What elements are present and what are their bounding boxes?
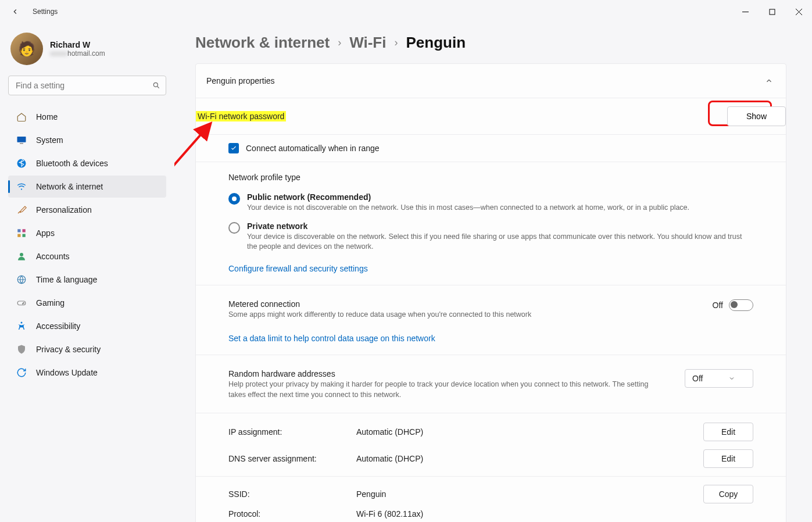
svg-point-10 <box>20 253 23 256</box>
protocol-value: Wi-Fi 6 (802.11ax) <box>356 509 695 519</box>
search-icon <box>152 81 160 90</box>
window-title: Settings <box>33 8 58 16</box>
svg-rect-3 <box>20 143 23 144</box>
nav-label: Apps <box>36 228 55 238</box>
titlebar: Settings <box>0 0 812 23</box>
radio-public-input[interactable] <box>228 193 240 205</box>
user-email: xxxxxhotmail.com <box>50 49 105 58</box>
nav-label: Home <box>36 112 58 121</box>
metered-toggle[interactable] <box>729 299 753 311</box>
nav-gaming[interactable]: Gaming <box>8 292 166 314</box>
svg-point-14 <box>23 303 24 305</box>
random-hw-section: Random hardware addresses Help protect y… <box>196 355 786 413</box>
breadcrumb-current: Penguin <box>406 34 466 52</box>
globe-icon <box>16 274 27 285</box>
dns-label: DNS server assignment: <box>228 454 356 463</box>
avatar: 🧑 <box>10 33 43 65</box>
nav-label: System <box>36 135 63 145</box>
person-icon <box>16 251 27 262</box>
back-button[interactable] <box>8 5 22 19</box>
details-grid: SSID: Penguin Copy Protocol: Wi-Fi 6 (80… <box>196 477 786 522</box>
radio-private-desc: Your device is discoverable on the netwo… <box>247 232 753 252</box>
random-hw-select[interactable]: Off <box>685 369 753 388</box>
copy-button[interactable]: Copy <box>703 485 753 503</box>
minimize-button[interactable] <box>732 0 759 23</box>
ip-edit-button[interactable]: Edit <box>703 423 753 441</box>
show-password-button[interactable]: Show <box>727 106 786 126</box>
ssid-label: SSID: <box>228 489 356 499</box>
data-limit-link[interactable]: Set a data limit to help control data us… <box>228 334 435 343</box>
nav-privacy[interactable]: Privacy & security <box>8 338 166 360</box>
random-hw-value: Off <box>692 374 703 383</box>
nav-time[interactable]: Time & language <box>8 269 166 291</box>
radio-public-label: Public network (Recommended) <box>247 192 753 202</box>
nav-label: Windows Update <box>36 368 98 377</box>
breadcrumb-wifi[interactable]: Wi-Fi <box>349 34 386 52</box>
metered-desc: Some apps might work differently to redu… <box>228 310 713 320</box>
svg-point-1 <box>153 83 158 87</box>
apps-icon <box>16 228 27 238</box>
nav-apps[interactable]: Apps <box>8 222 166 244</box>
svg-rect-9 <box>23 234 26 237</box>
dns-edit-button[interactable]: Edit <box>703 449 753 468</box>
nav-network[interactable]: Network & internet <box>8 176 166 198</box>
nav-personalization[interactable]: Personalization <box>8 199 166 221</box>
svg-rect-6 <box>17 229 20 232</box>
sidebar: 🧑 Richard W xxxxxhotmail.com Home System… <box>0 23 174 522</box>
main-pane: Network & internet › Wi-Fi › Penguin Pen… <box>174 23 812 522</box>
search-input[interactable] <box>8 76 166 95</box>
nav: Home System Bluetooth & devices Network … <box>8 106 166 384</box>
radio-private-label: Private network <box>247 221 753 231</box>
chevron-down-icon <box>728 375 735 382</box>
connect-auto-label: Connect automatically when in range <box>246 144 380 153</box>
close-button[interactable] <box>785 0 812 23</box>
ssid-value: Penguin <box>356 489 695 499</box>
bluetooth-icon <box>16 158 27 169</box>
nav-system[interactable]: System <box>8 129 166 151</box>
accessibility-icon <box>16 321 27 331</box>
breadcrumb: Network & internet › Wi-Fi › Penguin <box>195 34 786 52</box>
breadcrumb-network[interactable]: Network & internet <box>195 34 330 52</box>
user-block[interactable]: 🧑 Richard W xxxxxhotmail.com <box>8 30 166 76</box>
radio-private-input[interactable] <box>228 222 240 234</box>
dns-value: Automatic (DHCP) <box>356 454 695 463</box>
nav-accessibility[interactable]: Accessibility <box>8 315 166 337</box>
nav-label: Privacy & security <box>36 345 101 354</box>
nav-label: Bluetooth & devices <box>36 159 108 168</box>
radio-public[interactable]: Public network (Recommended) Your device… <box>228 192 753 213</box>
metered-section: Metered connection Some apps might work … <box>196 285 786 355</box>
svg-point-15 <box>21 322 23 324</box>
nav-accounts[interactable]: Accounts <box>8 245 166 267</box>
chevron-right-icon: › <box>338 37 341 49</box>
svg-point-13 <box>23 302 24 303</box>
metered-heading: Metered connection <box>228 299 713 309</box>
password-row: Wi-Fi network password Show <box>196 98 786 134</box>
gaming-icon <box>16 298 27 308</box>
assignment-grid: IP assignment: Automatic (DHCP) Edit DNS… <box>196 413 786 476</box>
radio-public-desc: Your device is not discoverable on the n… <box>247 203 753 213</box>
properties-card: Penguin properties Wi-Fi network passwor… <box>195 63 786 522</box>
svg-rect-2 <box>17 137 26 142</box>
maximize-button[interactable] <box>759 0 785 23</box>
firewall-link[interactable]: Configure firewall and security settings <box>228 264 368 273</box>
radio-private[interactable]: Private network Your device is discovera… <box>228 221 753 252</box>
window-controls <box>732 0 812 23</box>
connect-auto-row[interactable]: Connect automatically when in range <box>196 135 786 162</box>
properties-header[interactable]: Penguin properties <box>196 64 786 98</box>
connect-auto-checkbox[interactable] <box>228 143 239 153</box>
svg-rect-0 <box>770 9 775 15</box>
properties-title: Penguin properties <box>206 76 275 85</box>
svg-rect-8 <box>17 234 20 237</box>
nav-update[interactable]: Windows Update <box>8 362 166 384</box>
system-icon <box>16 135 27 145</box>
nav-label: Accounts <box>36 252 70 261</box>
wifi-icon <box>16 181 27 192</box>
nav-bluetooth[interactable]: Bluetooth & devices <box>8 152 166 174</box>
nav-label: Network & internet <box>36 182 103 191</box>
search-wrap <box>8 76 166 95</box>
nav-home[interactable]: Home <box>8 106 166 128</box>
nav-label: Accessibility <box>36 321 80 331</box>
nav-label: Gaming <box>36 298 65 308</box>
brush-icon <box>16 205 27 215</box>
metered-state: Off <box>713 301 723 310</box>
